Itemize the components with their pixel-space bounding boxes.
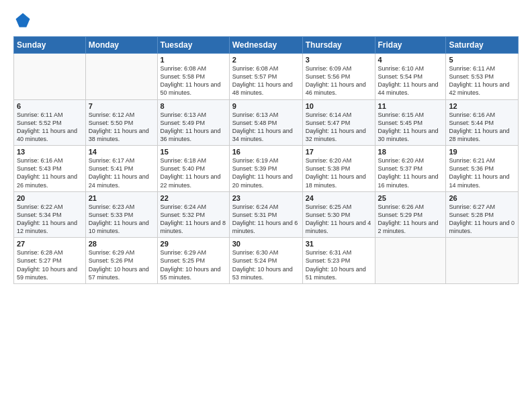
calendar-cell: 15Sunrise: 6:18 AM Sunset: 5:40 PM Dayli… [157, 146, 229, 192]
day-number: 3 [306, 56, 372, 64]
page: SundayMondayTuesdayWednesdayThursdayFrid… [0, 0, 532, 411]
calendar-cell: 22Sunrise: 6:24 AM Sunset: 5:32 PM Dayli… [157, 191, 229, 238]
calendar-cell: 18Sunrise: 6:20 AM Sunset: 5:37 PM Dayli… [375, 146, 446, 192]
cell-text: Sunrise: 6:30 AM Sunset: 5:24 PM Dayligh… [232, 248, 300, 281]
day-number: 18 [378, 148, 443, 156]
cell-text: Sunrise: 6:12 AM Sunset: 5:50 PM Dayligh… [89, 111, 154, 144]
calendar-cell: 8Sunrise: 6:13 AM Sunset: 5:49 PM Daylig… [157, 99, 229, 146]
calendar-cell [446, 238, 519, 284]
day-number: 15 [161, 148, 226, 156]
cell-text: Sunrise: 6:09 AM Sunset: 5:56 PM Dayligh… [306, 64, 372, 97]
cell-text: Sunrise: 6:24 AM Sunset: 5:31 PM Dayligh… [232, 203, 300, 236]
calendar-cell [375, 238, 446, 284]
calendar-cell: 26Sunrise: 6:27 AM Sunset: 5:28 PM Dayli… [446, 191, 519, 238]
day-number: 9 [232, 102, 300, 110]
day-number: 20 [17, 194, 83, 202]
calendar-cell: 20Sunrise: 6:22 AM Sunset: 5:34 PM Dayli… [14, 191, 86, 238]
cell-text: Sunrise: 6:29 AM Sunset: 5:26 PM Dayligh… [89, 248, 154, 281]
day-number: 21 [89, 194, 154, 202]
day-number: 8 [161, 102, 226, 110]
day-number: 2 [232, 56, 300, 64]
calendar-cell: 5Sunrise: 6:11 AM Sunset: 5:53 PM Daylig… [446, 54, 519, 100]
day-number: 24 [306, 194, 372, 202]
calendar-cell: 16Sunrise: 6:19 AM Sunset: 5:39 PM Dayli… [229, 146, 302, 192]
calendar-header-row: SundayMondayTuesdayWednesdayThursdayFrid… [14, 37, 519, 54]
day-number: 7 [89, 102, 154, 110]
calendar-cell: 11Sunrise: 6:15 AM Sunset: 5:45 PM Dayli… [375, 99, 446, 146]
cell-text: Sunrise: 6:14 AM Sunset: 5:47 PM Dayligh… [306, 111, 372, 144]
day-number: 30 [232, 240, 300, 248]
cell-text: Sunrise: 6:08 AM Sunset: 5:58 PM Dayligh… [161, 64, 226, 97]
calendar-cell: 30Sunrise: 6:30 AM Sunset: 5:24 PM Dayli… [229, 238, 302, 284]
calendar-cell: 6Sunrise: 6:11 AM Sunset: 5:52 PM Daylig… [14, 99, 86, 146]
calendar-cell: 29Sunrise: 6:29 AM Sunset: 5:25 PM Dayli… [157, 238, 229, 284]
calendar-cell: 31Sunrise: 6:31 AM Sunset: 5:23 PM Dayli… [302, 238, 375, 284]
calendar-cell: 27Sunrise: 6:28 AM Sunset: 5:27 PM Dayli… [14, 238, 86, 284]
cell-text: Sunrise: 6:21 AM Sunset: 5:36 PM Dayligh… [449, 156, 515, 189]
day-number: 26 [449, 194, 515, 202]
calendar-header-saturday: Saturday [446, 37, 519, 54]
calendar-cell: 1Sunrise: 6:08 AM Sunset: 5:58 PM Daylig… [157, 54, 229, 100]
cell-text: Sunrise: 6:18 AM Sunset: 5:40 PM Dayligh… [161, 156, 226, 189]
calendar-cell: 9Sunrise: 6:13 AM Sunset: 5:48 PM Daylig… [229, 99, 302, 146]
calendar-header-friday: Friday [375, 37, 446, 54]
cell-text: Sunrise: 6:08 AM Sunset: 5:57 PM Dayligh… [232, 64, 300, 97]
day-number: 17 [306, 148, 372, 156]
calendar-week-4: 20Sunrise: 6:22 AM Sunset: 5:34 PM Dayli… [14, 191, 519, 238]
day-number: 27 [17, 240, 83, 248]
calendar-cell: 21Sunrise: 6:23 AM Sunset: 5:33 PM Dayli… [85, 191, 157, 238]
calendar-header-sunday: Sunday [14, 37, 86, 54]
cell-text: Sunrise: 6:19 AM Sunset: 5:39 PM Dayligh… [232, 156, 300, 189]
calendar-cell: 28Sunrise: 6:29 AM Sunset: 5:26 PM Dayli… [85, 238, 157, 284]
calendar-cell: 25Sunrise: 6:26 AM Sunset: 5:29 PM Dayli… [375, 191, 446, 238]
cell-text: Sunrise: 6:16 AM Sunset: 5:44 PM Dayligh… [449, 111, 515, 144]
calendar-cell: 3Sunrise: 6:09 AM Sunset: 5:56 PM Daylig… [302, 54, 375, 100]
cell-text: Sunrise: 6:13 AM Sunset: 5:48 PM Dayligh… [232, 111, 300, 144]
cell-text: Sunrise: 6:24 AM Sunset: 5:32 PM Dayligh… [161, 203, 226, 236]
calendar-cell: 7Sunrise: 6:12 AM Sunset: 5:50 PM Daylig… [85, 99, 157, 146]
day-number: 25 [378, 194, 443, 202]
day-number: 22 [161, 194, 226, 202]
cell-text: Sunrise: 6:20 AM Sunset: 5:37 PM Dayligh… [378, 156, 443, 189]
day-number: 13 [17, 148, 83, 156]
cell-text: Sunrise: 6:23 AM Sunset: 5:33 PM Dayligh… [89, 203, 154, 236]
calendar-cell: 17Sunrise: 6:20 AM Sunset: 5:38 PM Dayli… [302, 146, 375, 192]
svg-marker-0 [16, 13, 30, 28]
cell-text: Sunrise: 6:25 AM Sunset: 5:30 PM Dayligh… [306, 203, 372, 236]
day-number: 5 [449, 56, 515, 64]
cell-text: Sunrise: 6:11 AM Sunset: 5:53 PM Dayligh… [449, 64, 515, 97]
calendar-week-1: 1Sunrise: 6:08 AM Sunset: 5:58 PM Daylig… [14, 54, 519, 100]
cell-text: Sunrise: 6:11 AM Sunset: 5:52 PM Dayligh… [17, 111, 83, 144]
calendar-cell: 14Sunrise: 6:17 AM Sunset: 5:41 PM Dayli… [85, 146, 157, 192]
calendar-cell: 19Sunrise: 6:21 AM Sunset: 5:36 PM Dayli… [446, 146, 519, 192]
day-number: 11 [378, 102, 443, 110]
day-number: 10 [306, 102, 372, 110]
calendar-week-2: 6Sunrise: 6:11 AM Sunset: 5:52 PM Daylig… [14, 99, 519, 146]
calendar-cell: 4Sunrise: 6:10 AM Sunset: 5:54 PM Daylig… [375, 54, 446, 100]
cell-text: Sunrise: 6:10 AM Sunset: 5:54 PM Dayligh… [378, 64, 443, 97]
calendar: SundayMondayTuesdayWednesdayThursdayFrid… [13, 36, 519, 284]
day-number: 4 [378, 56, 443, 64]
cell-text: Sunrise: 6:17 AM Sunset: 5:41 PM Dayligh… [89, 156, 154, 189]
cell-text: Sunrise: 6:20 AM Sunset: 5:38 PM Dayligh… [306, 156, 372, 189]
cell-text: Sunrise: 6:28 AM Sunset: 5:27 PM Dayligh… [17, 248, 83, 281]
day-number: 29 [161, 240, 226, 248]
calendar-header-thursday: Thursday [302, 37, 375, 54]
day-number: 23 [232, 194, 300, 202]
day-number: 1 [161, 56, 226, 64]
calendar-cell: 13Sunrise: 6:16 AM Sunset: 5:43 PM Dayli… [14, 146, 86, 192]
calendar-cell: 10Sunrise: 6:14 AM Sunset: 5:47 PM Dayli… [302, 99, 375, 146]
day-number: 12 [449, 102, 515, 110]
day-number: 19 [449, 148, 515, 156]
calendar-cell: 24Sunrise: 6:25 AM Sunset: 5:30 PM Dayli… [302, 191, 375, 238]
day-number: 16 [232, 148, 300, 156]
calendar-week-3: 13Sunrise: 6:16 AM Sunset: 5:43 PM Dayli… [14, 146, 519, 192]
day-number: 31 [306, 240, 372, 248]
cell-text: Sunrise: 6:13 AM Sunset: 5:49 PM Dayligh… [161, 111, 226, 144]
cell-text: Sunrise: 6:29 AM Sunset: 5:25 PM Dayligh… [161, 248, 226, 281]
calendar-week-5: 27Sunrise: 6:28 AM Sunset: 5:27 PM Dayli… [14, 238, 519, 284]
logo-icon [13, 11, 32, 30]
calendar-header-monday: Monday [85, 37, 157, 54]
logo [13, 11, 35, 30]
calendar-header-tuesday: Tuesday [157, 37, 229, 54]
